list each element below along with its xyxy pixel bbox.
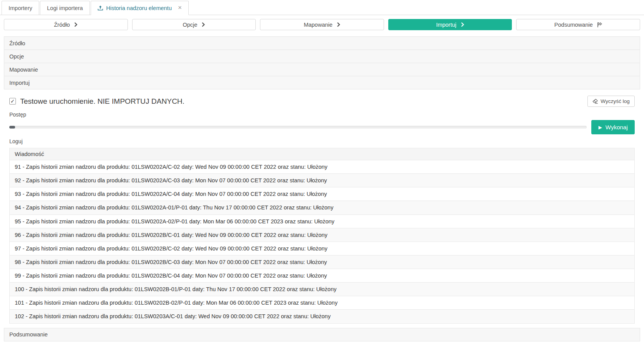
- progress-label: Postęp: [9, 111, 587, 118]
- accordion-label: Opcje: [9, 53, 24, 60]
- table-row: 102 - Zapis historii zmian nadzoru dla p…: [10, 310, 635, 323]
- accordion-header-importuj[interactable]: Importuj: [4, 76, 640, 89]
- table-row: 96 - Zapis historii zmian nadzoru dla pr…: [10, 228, 635, 242]
- log-message: 101 - Zapis historii zmian nadzoru dla p…: [10, 296, 635, 310]
- log-message: 99 - Zapis historii zmian nadzoru dla pr…: [10, 269, 635, 283]
- step-zrodlo[interactable]: Źródło: [4, 19, 128, 30]
- close-icon[interactable]: ×: [178, 4, 182, 11]
- log-message: 98 - Zapis historii zmian nadzoru dla pr…: [10, 255, 635, 269]
- checkmark-icon: ✓: [10, 98, 15, 104]
- progress-area: Postęp ▶ Wykonaj: [9, 111, 635, 134]
- table-row: 99 - Zapis historii zmian nadzoru dla pr…: [10, 269, 635, 283]
- step-importuj[interactable]: Importuj: [388, 19, 512, 30]
- step-label: Podsumowanie: [554, 22, 593, 28]
- table-row: 98 - Zapis historii zmian nadzoru dla pr…: [10, 255, 635, 269]
- progress-bar: [9, 126, 587, 129]
- test-run-row: ✓ Testowe uruchomienie. NIE IMPORTUJ DAN…: [9, 96, 635, 107]
- tab-label: Historia nadzoru elementu: [106, 5, 172, 11]
- table-row: 95 - Zapis historii zmian nadzoru dla pr…: [10, 214, 635, 228]
- log-label: Loguj: [9, 138, 635, 144]
- tab-bar: Importery Logi importera Historia nadzor…: [0, 0, 644, 15]
- execute-label: Wykonaj: [606, 124, 628, 130]
- table-row: 97 - Zapis historii zmian nadzoru dla pr…: [10, 242, 635, 255]
- step-label: Importuj: [436, 22, 456, 28]
- log-message: 96 - Zapis historii zmian nadzoru dla pr…: [10, 228, 635, 242]
- chevron-right-icon: [74, 22, 77, 27]
- chevron-right-icon: [201, 22, 205, 27]
- accordion-header-zrodlo[interactable]: Źródło: [4, 36, 640, 50]
- step-label: Mapowanie: [304, 22, 332, 28]
- table-row: 93 - Zapis historii zmian nadzoru dla pr…: [10, 187, 635, 201]
- table-row: 91 - Zapis historii zmian nadzoru dla pr…: [10, 160, 635, 174]
- accordion-label: Importuj: [9, 80, 29, 86]
- progress-fill: [9, 126, 15, 129]
- log-message: 92 - Zapis historii zmian nadzoru dla pr…: [10, 174, 635, 187]
- step-label: Opcje: [183, 22, 197, 28]
- tab-historia-nadzoru-elementu[interactable]: Historia nadzoru elementu ×: [91, 1, 189, 15]
- tab-importery[interactable]: Importery: [2, 1, 39, 15]
- execute-button[interactable]: ▶ Wykonaj: [591, 120, 635, 134]
- log-message: 102 - Zapis historii zmian nadzoru dla p…: [10, 310, 635, 323]
- wizard-stepper: Źródło Opcje Mapowanie Importuj Podsumow…: [4, 19, 640, 30]
- tab-label: Logi importera: [47, 5, 83, 11]
- step-mapowanie[interactable]: Mapowanie: [260, 19, 384, 30]
- log-message: 97 - Zapis historii zmian nadzoru dla pr…: [10, 242, 635, 255]
- upload-icon: [98, 5, 103, 10]
- step-label: Źródło: [54, 22, 70, 28]
- log-table: Wiadomość 91 - Zapis historii zmian nadz…: [9, 148, 635, 324]
- accordion-label: Podsumowanie: [9, 331, 48, 338]
- accordion-label: Mapowanie: [9, 67, 38, 73]
- clear-log-label: Wyczyść log: [601, 98, 630, 104]
- tab-label: Importery: [9, 5, 32, 11]
- log-message: 100 - Zapis historii zmian nadzoru dla p…: [10, 283, 635, 296]
- clear-log-button[interactable]: Wyczyść log: [587, 96, 635, 107]
- log-table-header-row: Wiadomość: [10, 148, 635, 160]
- step-podsumowanie[interactable]: Podsumowanie: [516, 19, 640, 30]
- log-message: 93 - Zapis historii zmian nadzoru dla pr…: [10, 187, 635, 201]
- log-table-header: Wiadomość: [10, 148, 635, 160]
- chevron-right-icon: [337, 22, 340, 27]
- tab-logi-importera[interactable]: Logi importera: [40, 1, 90, 15]
- import-accordion: Źródło Opcje Mapowanie Importuj ✓ Testow…: [4, 36, 640, 341]
- play-icon: ▶: [598, 125, 602, 130]
- eraser-icon: [592, 99, 598, 104]
- step-opcje[interactable]: Opcje: [132, 19, 256, 30]
- accordion-label: Źródło: [9, 40, 25, 46]
- accordion-header-mapowanie[interactable]: Mapowanie: [4, 63, 640, 76]
- accordion-header-opcje[interactable]: Opcje: [4, 50, 640, 63]
- table-row: 101 - Zapis historii zmian nadzoru dla p…: [10, 296, 635, 310]
- table-row: 100 - Zapis historii zmian nadzoru dla p…: [10, 283, 635, 296]
- test-run-checkbox[interactable]: ✓: [9, 98, 16, 105]
- test-run-label: Testowe uruchomienie. NIE IMPORTUJ DANYC…: [20, 97, 184, 106]
- importuj-panel: ✓ Testowe uruchomienie. NIE IMPORTUJ DAN…: [4, 89, 640, 328]
- log-message: 91 - Zapis historii zmian nadzoru dla pr…: [10, 160, 635, 174]
- checkered-flag-icon: [597, 22, 602, 27]
- accordion-header-podsumowanie[interactable]: Podsumowanie: [4, 328, 640, 341]
- chevron-right-icon: [461, 22, 464, 27]
- log-message: 95 - Zapis historii zmian nadzoru dla pr…: [10, 214, 635, 228]
- log-message: 94 - Zapis historii zmian nadzoru dla pr…: [10, 201, 635, 214]
- table-row: 94 - Zapis historii zmian nadzoru dla pr…: [10, 201, 635, 214]
- table-row: 92 - Zapis historii zmian nadzoru dla pr…: [10, 174, 635, 187]
